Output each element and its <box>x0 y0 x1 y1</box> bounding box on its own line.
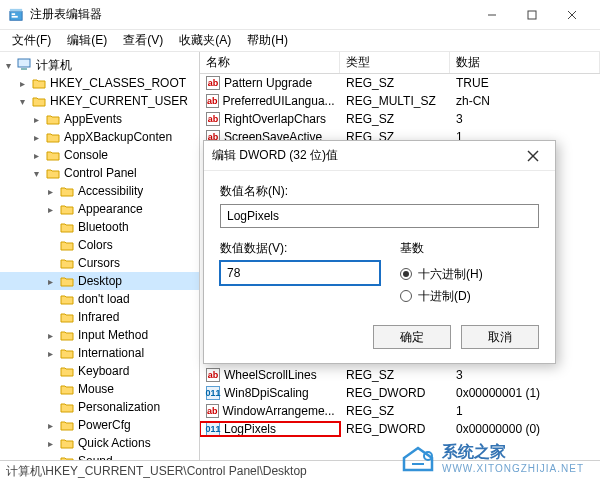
list-row[interactable]: abWheelScrollLinesREG_SZ3 <box>200 366 600 384</box>
tree-item[interactable]: Mouse <box>0 380 199 398</box>
folder-icon <box>45 166 61 180</box>
folder-icon <box>59 436 75 450</box>
window-titlebar: 注册表编辑器 <box>0 0 600 30</box>
chevron-right-icon[interactable]: ▸ <box>30 114 42 125</box>
dialog-body: 数值名称(N): 数值数据(V): 基数 十六进制(H) 十进制(D) 确定 <box>204 171 555 363</box>
folder-icon <box>45 130 61 144</box>
chevron-right-icon[interactable]: ▸ <box>44 438 56 449</box>
tree-item[interactable]: ▸Quick Actions <box>0 434 199 452</box>
list-row-highlighted[interactable]: 011LogPixelsREG_DWORD0x00000000 (0) <box>200 420 600 438</box>
tree-item[interactable]: ▾ HKEY_CURRENT_USER <box>0 92 199 110</box>
folder-icon <box>59 220 75 234</box>
chevron-right-icon[interactable]: ▸ <box>44 204 56 215</box>
tree-item[interactable]: ▸Input Method <box>0 326 199 344</box>
folder-icon <box>59 256 75 270</box>
tree-item[interactable]: Keyboard <box>0 362 199 380</box>
folder-icon <box>59 328 75 342</box>
tree-item[interactable]: Colors <box>0 236 199 254</box>
tree-item[interactable]: Cursors <box>0 254 199 272</box>
folder-icon <box>59 202 75 216</box>
chevron-right-icon[interactable]: ▸ <box>16 78 28 89</box>
tree-item[interactable]: ▾Control Panel <box>0 164 199 182</box>
list-row[interactable]: abPreferredUILangua...REG_MULTI_SZzh-CN <box>200 92 600 110</box>
registry-tree[interactable]: ▾ 计算机 ▸ HKEY_CLASSES_ROOT ▾ HKEY_CURRENT… <box>0 52 200 460</box>
column-name[interactable]: 名称 <box>200 52 340 73</box>
tree-item[interactable]: ▸Console <box>0 146 199 164</box>
watermark-icon <box>400 442 436 474</box>
list-row[interactable]: abPattern UpgradeREG_SZTRUE <box>200 74 600 92</box>
chevron-down-icon[interactable]: ▾ <box>16 96 28 107</box>
tree-item[interactable]: Personalization <box>0 398 199 416</box>
chevron-down-icon[interactable]: ▾ <box>30 168 42 179</box>
chevron-right-icon[interactable]: ▸ <box>44 186 56 197</box>
tree-item[interactable]: ▸Appearance <box>0 200 199 218</box>
reg-sz-icon: ab <box>206 76 220 90</box>
folder-icon <box>59 364 75 378</box>
folder-icon <box>59 382 75 396</box>
radio-icon <box>400 290 412 302</box>
chevron-down-icon[interactable]: ▾ <box>2 60 14 71</box>
tree-item[interactable]: ▸PowerCfg <box>0 416 199 434</box>
tree-item[interactable]: ▸AppEvents <box>0 110 199 128</box>
watermark-text: 系统之家 <box>442 443 506 460</box>
chevron-right-icon[interactable]: ▸ <box>44 420 56 431</box>
tree-item[interactable]: ▸International <box>0 344 199 362</box>
cancel-button[interactable]: 取消 <box>461 325 539 349</box>
value-data-input[interactable] <box>220 261 380 285</box>
menu-view[interactable]: 查看(V) <box>117 30 169 51</box>
chevron-right-icon[interactable]: ▸ <box>44 276 56 287</box>
folder-icon <box>59 454 75 460</box>
list-row[interactable]: 011Win8DpiScalingREG_DWORD0x00000001 (1) <box>200 384 600 402</box>
reg-dword-icon: 011 <box>206 386 220 400</box>
close-button[interactable] <box>552 1 592 29</box>
svg-rect-9 <box>21 68 27 70</box>
tree-item[interactable]: don't load <box>0 290 199 308</box>
dialog-close-button[interactable] <box>519 144 547 168</box>
value-name-label: 数值名称(N): <box>220 183 539 200</box>
tree-root[interactable]: ▾ 计算机 <box>0 56 199 74</box>
reg-dword-icon: 011 <box>206 422 220 436</box>
tree-item-selected[interactable]: ▸Desktop <box>0 272 199 290</box>
watermark-url: WWW.XITONGZHIJIA.NET <box>442 463 584 474</box>
folder-icon <box>59 274 75 288</box>
dialog-titlebar[interactable]: 编辑 DWORD (32 位)值 <box>204 141 555 171</box>
radio-dec[interactable]: 十进制(D) <box>400 285 539 307</box>
ok-button[interactable]: 确定 <box>373 325 451 349</box>
tree-item[interactable]: ▸AppXBackupConten <box>0 128 199 146</box>
tree-item[interactable]: ▸Accessibility <box>0 182 199 200</box>
value-name-input[interactable] <box>220 204 539 228</box>
reg-sz-icon: ab <box>206 94 219 108</box>
folder-icon <box>45 148 61 162</box>
minimize-button[interactable] <box>472 1 512 29</box>
reg-sz-icon: ab <box>206 404 219 418</box>
svg-rect-5 <box>528 11 536 19</box>
dialog-title: 编辑 DWORD (32 位)值 <box>212 147 519 164</box>
window-controls <box>472 1 592 29</box>
folder-icon <box>45 112 61 126</box>
reg-sz-icon: ab <box>206 368 220 382</box>
menu-edit[interactable]: 编辑(E) <box>61 30 113 51</box>
tree-item[interactable]: Sound <box>0 452 199 460</box>
maximize-button[interactable] <box>512 1 552 29</box>
chevron-right-icon[interactable]: ▸ <box>44 348 56 359</box>
tree-item[interactable]: Infrared <box>0 308 199 326</box>
chevron-right-icon[interactable]: ▸ <box>30 132 42 143</box>
column-type[interactable]: 类型 <box>340 52 450 73</box>
menu-help[interactable]: 帮助(H) <box>241 30 294 51</box>
svg-rect-8 <box>18 59 30 67</box>
tree-item[interactable]: Bluetooth <box>0 218 199 236</box>
menu-file[interactable]: 文件(F) <box>6 30 57 51</box>
list-header: 名称 类型 数据 <box>200 52 600 74</box>
watermark: 系统之家 WWW.XITONGZHIJIA.NET <box>400 442 584 474</box>
chevron-right-icon[interactable]: ▸ <box>30 150 42 161</box>
list-row[interactable]: abWindowArrangeme...REG_SZ1 <box>200 402 600 420</box>
tree-item[interactable]: ▸ HKEY_CLASSES_ROOT <box>0 74 199 92</box>
radio-icon <box>400 268 412 280</box>
folder-icon <box>59 292 75 306</box>
radio-hex[interactable]: 十六进制(H) <box>400 263 539 285</box>
column-data[interactable]: 数据 <box>450 52 600 73</box>
menu-favorites[interactable]: 收藏夹(A) <box>173 30 237 51</box>
list-row[interactable]: abRightOverlapCharsREG_SZ3 <box>200 110 600 128</box>
reg-sz-icon: ab <box>206 112 220 126</box>
chevron-right-icon[interactable]: ▸ <box>44 330 56 341</box>
